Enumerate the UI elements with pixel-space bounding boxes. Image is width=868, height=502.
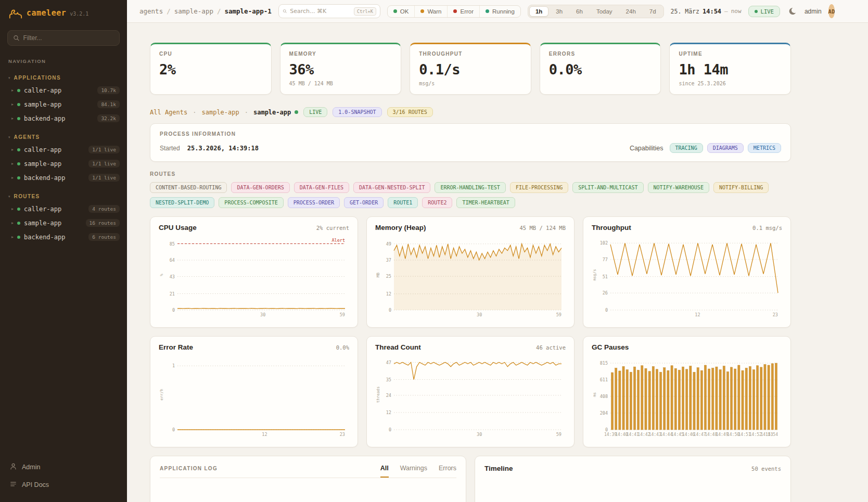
agent-breadcrumb-bar: All Agents·sample-app·sample-appLIVE1.0-… — [150, 107, 791, 117]
route-chip-data-gen-orders[interactable]: DATA-GEN-ORDERS — [231, 182, 289, 193]
status-dot-icon — [17, 148, 20, 151]
started-label: Started — [160, 145, 180, 152]
route-chip-data-gen-files[interactable]: DATA-GEN-FILES — [294, 182, 349, 193]
status-filter-running[interactable]: Running — [479, 6, 520, 17]
agent-link-all-agents[interactable]: All Agents — [150, 109, 187, 116]
range-button-7d[interactable]: 7d — [643, 6, 662, 17]
range-button-1h[interactable]: 1h — [529, 6, 548, 17]
app-name: cameleer — [27, 8, 66, 18]
status-filter-ok[interactable]: OK — [388, 6, 415, 17]
route-chip-process-composite[interactable]: PROCESS-COMPOSITE — [219, 197, 283, 208]
capability-badge-metrics[interactable]: METRICS — [748, 143, 781, 153]
sidebar-item-sample-app[interactable]: ▸sample-app16 routes — [0, 216, 127, 230]
breadcrumb-separator: / — [217, 7, 221, 15]
nav-section-label: NAVIGATION — [8, 58, 119, 64]
breadcrumb-agents[interactable]: agents — [139, 7, 163, 15]
sidebar-sections: ▾APPLICATIONS▸caller-app10.7k▸sample-app… — [0, 66, 127, 244]
log-title: APPLICATION LOG — [160, 466, 218, 478]
route-chip-data-gen-nested-split[interactable]: DATA-GEN-NESTED-SPLIT — [353, 182, 430, 193]
routes-section: ROUTES CONTENT-BASED-ROUTINGDATA-GEN-ORD… — [150, 171, 791, 208]
svg-text:30: 30 — [477, 432, 482, 437]
admin-link[interactable]: Admin — [8, 458, 119, 476]
process-info-title: PROCESS INFORMATION — [160, 131, 781, 137]
chevron-down-icon: ▾ — [8, 135, 10, 139]
sidebar-item-backend-app[interactable]: ▸backend-app32.2k — [0, 111, 127, 125]
timeline-event-count: 50 events — [751, 466, 781, 472]
section-header-routes[interactable]: ▾ROUTES — [0, 192, 127, 202]
filter-input[interactable] — [23, 34, 114, 42]
application-log-card: APPLICATION LOG AllWarningsErrors — [150, 456, 466, 502]
main-content: CPU2%MEMORY36%45 MB / 124 MBTHROUGHPUT0.… — [127, 23, 868, 502]
dark-mode-toggle[interactable] — [787, 6, 798, 17]
sidebar-item-sample-app[interactable]: ▸sample-app1/1 live — [0, 157, 127, 171]
range-button-6h[interactable]: 6h — [570, 6, 589, 17]
global-search[interactable]: Ctrl+K — [278, 4, 380, 18]
svg-text:MB: MB — [376, 273, 380, 278]
current-agent: sample-app — [253, 109, 298, 116]
log-tab-errors[interactable]: Errors — [439, 465, 456, 478]
api-docs-link[interactable]: API Docs — [8, 476, 119, 494]
sidebar-item-caller-app[interactable]: ▸caller-app10.7k — [0, 83, 127, 97]
search-input[interactable] — [290, 8, 351, 15]
route-chip-notify-warehouse[interactable]: NOTIFY-WAREHOUSE — [648, 182, 709, 193]
range-button-today[interactable]: Today — [590, 6, 619, 17]
route-chip-nested-split-demo[interactable]: NESTED-SPLIT-DEMO — [150, 197, 214, 208]
route-chip-route1[interactable]: ROUTE1 — [388, 197, 418, 208]
agent-badge-1-0-snapshot[interactable]: 1.0-SNAPSHOT — [333, 107, 381, 117]
status-filter-warn[interactable]: Warn — [414, 6, 447, 17]
user-icon — [9, 462, 17, 472]
chart-memory: 0122537493059MB — [375, 236, 566, 318]
avatar[interactable]: AD — [828, 4, 835, 18]
item-count-badge: 1/1 live — [88, 146, 120, 153]
svg-text:23: 23 — [340, 432, 345, 437]
log-tab-warnings[interactable]: Warnings — [400, 465, 427, 478]
time-range-group: 1h3h6hToday24h7d — [528, 5, 664, 18]
chevron-right-icon: ▸ — [11, 207, 14, 211]
capability-badge-tracing[interactable]: TRACING — [670, 143, 703, 153]
chart-card-memory: Memory (Heap)45 MB / 124 MB0122537493059… — [366, 216, 575, 328]
logo[interactable]: cameleer v3.2.1 — [0, 0, 127, 25]
sidebar-item-caller-app[interactable]: ▸caller-app4 routes — [0, 202, 127, 216]
svg-text:51: 51 — [603, 274, 608, 279]
sidebar-item-sample-app[interactable]: ▸sample-app84.1k — [0, 97, 127, 111]
route-chip-process-order[interactable]: PROCESS-ORDER — [288, 197, 340, 208]
route-chip-timer-heartbeat[interactable]: TIMER-HEARTBEAT — [456, 197, 515, 208]
agent-badge-live[interactable]: LIVE — [303, 107, 327, 117]
section-label: APPLICATIONS — [14, 75, 61, 81]
current-agent-label: sample-app — [253, 109, 291, 116]
top-header: agents/sample-app/sample-app-1 Ctrl+K OK… — [127, 0, 868, 23]
breadcrumb-sample-app-1[interactable]: sample-app-1 — [224, 7, 271, 15]
charts-grid: CPU Usage2% current0214364853059%AlertMe… — [150, 216, 791, 447]
route-chip-get-order[interactable]: GET-ORDER — [344, 197, 384, 208]
agent-link-sample-app[interactable]: sample-app — [201, 109, 239, 116]
live-badge[interactable]: LIVE — [748, 6, 780, 17]
username: admin — [805, 8, 822, 15]
route-chip-split-and-multicast[interactable]: SPLIT-AND-MULTICAST — [572, 182, 643, 193]
stat-value: 1h 14m — [679, 61, 782, 78]
breadcrumb-sample-app[interactable]: sample-app — [174, 7, 213, 15]
sidebar-item-backend-app[interactable]: ▸backend-app1/1 live — [0, 171, 127, 185]
stat-value: 0.0% — [549, 61, 652, 78]
time-label: 14:54 — [703, 8, 721, 15]
item-label: backend-app — [24, 234, 85, 241]
route-chip-content-based-routing[interactable]: CONTENT-BASED-ROUTING — [150, 182, 227, 193]
status-filter-error[interactable]: Error — [447, 6, 479, 17]
section-header-agents[interactable]: ▾AGENTS — [0, 133, 127, 143]
date-range-picker[interactable]: 25. März 14:54 — now — [671, 8, 742, 15]
capability-badge-diagrams[interactable]: DIAGRAMS — [707, 143, 744, 153]
chevron-down-icon: ▾ — [8, 76, 10, 80]
route-chip-error-handling-test[interactable]: ERROR-HANDLING-TEST — [435, 182, 505, 193]
svg-text:23: 23 — [773, 312, 778, 317]
sidebar-item-caller-app[interactable]: ▸caller-app1/1 live — [0, 143, 127, 157]
route-chip-route2[interactable]: ROUTE2 — [422, 197, 452, 208]
range-button-3h[interactable]: 3h — [550, 6, 569, 17]
route-chip-file-processing[interactable]: FILE-PROCESSING — [510, 182, 568, 193]
log-tab-all[interactable]: All — [380, 465, 389, 478]
sidebar-filter[interactable] — [7, 30, 120, 46]
route-chip-notify-billing[interactable]: NOTIFY-BILLING — [713, 182, 769, 193]
agent-badge-3-16-routes[interactable]: 3/16 ROUTES — [387, 107, 433, 117]
svg-text:%: % — [159, 274, 164, 276]
sidebar-item-backend-app[interactable]: ▸backend-app6 routes — [0, 230, 127, 244]
range-button-24h[interactable]: 24h — [620, 6, 642, 17]
section-header-applications[interactable]: ▾APPLICATIONS — [0, 73, 127, 83]
